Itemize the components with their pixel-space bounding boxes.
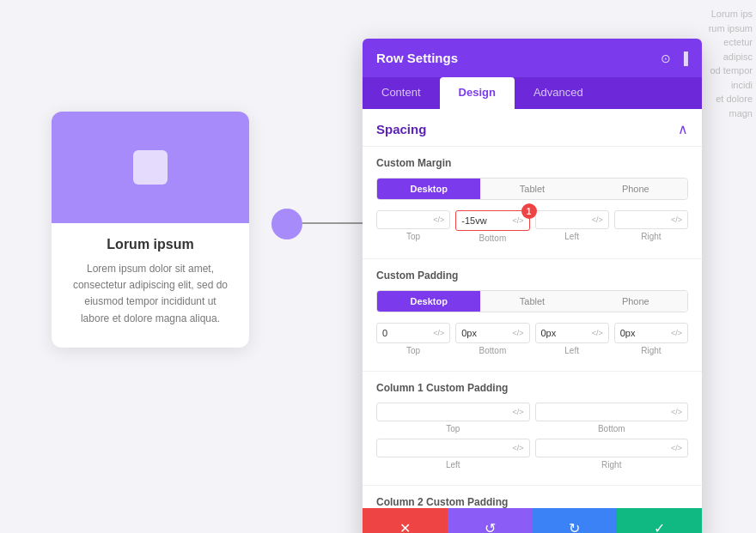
col1-padding-top-group: </> Top	[376, 403, 530, 433]
col1-bottom-icon: </>	[671, 408, 682, 416]
col1-padding-left-group: </> Left	[376, 439, 530, 469]
margin-bottom-icon: </>	[512, 216, 523, 225]
col1-padding-right-group: </> Right	[535, 439, 689, 469]
panel-header: Row Settings ⊙ ▐	[363, 39, 702, 77]
reset-button[interactable]: ↺	[448, 508, 533, 533]
margin-tab-phone[interactable]: Phone	[584, 179, 687, 199]
col1-padding-bottom-group: </> Bottom	[535, 403, 689, 433]
col1-left-icon: </>	[512, 444, 523, 452]
padding-bottom-icon: </>	[512, 329, 523, 337]
padding-bottom-group: 0px </> Bottom	[455, 323, 529, 355]
margin-tab-tablet[interactable]: Tablet	[480, 179, 583, 199]
custom-padding-title: Custom Padding	[376, 270, 688, 282]
col1-padding-top-input[interactable]: </>	[376, 403, 530, 421]
col1-right-icon: </>	[671, 444, 682, 452]
padding-top-group: 0 </> Top	[376, 323, 450, 355]
padding-bottom-value: 0px	[461, 328, 477, 338]
tab-content[interactable]: Content	[363, 77, 440, 109]
tab-design[interactable]: Design	[440, 77, 515, 109]
margin-bottom-group: -15vw </> 1 Bottom	[455, 210, 529, 243]
card-text: Lorem ipsum dolor sit amet, consectetur …	[69, 261, 232, 327]
col1-padding-bottom-label: Bottom	[598, 424, 625, 433]
padding-input-grid: 0 </> Top 0px </> Bottom 0px	[376, 323, 688, 355]
panel-body: Spacing ∧ Custom Margin Desktop Tablet P…	[363, 109, 702, 508]
col1-padding-left-input[interactable]: </>	[376, 439, 530, 457]
col1-padding-right-input[interactable]: </>	[535, 439, 689, 457]
col1-padding-bottom-input[interactable]: </>	[535, 403, 689, 421]
settings-panel: Row Settings ⊙ ▐ Content Design Advanced…	[363, 39, 702, 533]
margin-right-input[interactable]: </>	[614, 210, 688, 229]
spacing-section-header: Spacing ∧	[363, 109, 702, 147]
action-bar: ✕ ↺ ↻ ✓	[363, 508, 702, 533]
padding-right-input[interactable]: 0px </>	[614, 323, 688, 343]
padding-left-value: 0px	[541, 328, 557, 338]
panel-title: Row Settings	[376, 51, 458, 65]
padding-right-label: Right	[641, 346, 661, 355]
card-body: Lorum ipsum Lorem ipsum dolor sit amet, …	[52, 223, 249, 327]
cancel-button[interactable]: ✕	[363, 508, 448, 533]
margin-bottom-value: -15vw	[461, 215, 486, 226]
padding-top-label: Top	[406, 346, 420, 355]
padding-right-group: 0px </> Right	[614, 323, 688, 355]
padding-tab-desktop[interactable]: Desktop	[377, 291, 480, 312]
card-image-icon	[133, 150, 168, 185]
section-collapse-icon[interactable]: ∧	[678, 121, 688, 137]
custom-margin-section: Custom Margin Desktop Tablet Phone </> T…	[363, 147, 702, 259]
padding-top-icon: </>	[433, 329, 444, 337]
padding-tab-phone[interactable]: Phone	[584, 291, 687, 312]
padding-left-group: 0px </> Left	[535, 323, 609, 355]
margin-left-group: </> Left	[535, 210, 609, 243]
col2-padding-title: Column 2 Custom Padding	[376, 496, 688, 508]
columns-icon[interactable]: ▐	[680, 51, 688, 65]
tab-advanced[interactable]: Advanced	[515, 77, 602, 109]
padding-bottom-input[interactable]: 0px </>	[455, 323, 529, 343]
settings-icon[interactable]: ⊙	[661, 51, 671, 65]
panel-tabs: Content Design Advanced	[363, 77, 702, 109]
card-title: Lorum ipsum	[69, 237, 232, 252]
padding-left-label: Left	[564, 346, 579, 355]
custom-padding-section: Custom Padding Desktop Tablet Phone 0 </…	[363, 259, 702, 372]
panel-header-icons: ⊙ ▐	[661, 51, 688, 65]
col1-padding-left-label: Left	[446, 460, 460, 469]
card-image	[52, 112, 249, 223]
margin-top-group: </> Top	[376, 210, 450, 243]
margin-right-group: </> Right	[614, 210, 688, 243]
margin-top-label: Top	[406, 232, 420, 241]
margin-top-input[interactable]: </>	[376, 210, 450, 229]
margin-right-icon: </>	[671, 215, 682, 224]
padding-top-input[interactable]: 0 </>	[376, 323, 450, 343]
padding-right-value: 0px	[620, 328, 636, 338]
padding-left-icon: </>	[592, 329, 603, 337]
padding-bottom-label: Bottom	[479, 346, 507, 355]
bg-lorem-text: Lorum ips rum ipsum ectetur adipisc od t…	[696, 7, 756, 120]
connector-line	[302, 222, 367, 224]
save-button[interactable]: ✓	[617, 508, 702, 533]
col2-padding-section: Column 2 Custom Padding </> Top </> Bott…	[363, 486, 702, 508]
margin-bottom-input[interactable]: -15vw </>	[455, 210, 529, 231]
preview-card: Lorum ipsum Lorem ipsum dolor sit amet, …	[52, 112, 249, 348]
col1-padding-right-label: Right	[601, 460, 621, 469]
margin-tab-desktop[interactable]: Desktop	[377, 179, 480, 199]
margin-top-icon: </>	[433, 215, 444, 224]
margin-left-label: Left	[564, 232, 579, 241]
col1-padding-top-label: Top	[446, 424, 460, 433]
col1-padding-section: Column 1 Custom Padding </> Top </> Bott…	[363, 372, 702, 486]
margin-left-icon: </>	[592, 215, 603, 224]
margin-input-grid: </> Top -15vw </> 1 Bottom	[376, 210, 688, 243]
connector-circle	[271, 209, 302, 239]
custom-margin-title: Custom Margin	[376, 157, 688, 169]
padding-top-value: 0	[382, 328, 387, 338]
margin-bottom-label: Bottom	[479, 233, 507, 243]
padding-resp-tabs: Desktop Tablet Phone	[376, 290, 688, 312]
margin-left-input[interactable]: </>	[535, 210, 609, 229]
col1-padding-grid: </> Top </> Bottom </> Left	[376, 403, 688, 469]
margin-badge: 1	[521, 203, 537, 219]
padding-right-icon: </>	[671, 329, 682, 337]
spacing-title: Spacing	[376, 122, 426, 136]
margin-right-label: Right	[641, 232, 661, 241]
redo-button[interactable]: ↻	[533, 508, 618, 533]
margin-resp-tabs: Desktop Tablet Phone	[376, 178, 688, 200]
padding-tab-tablet[interactable]: Tablet	[480, 291, 583, 312]
padding-left-input[interactable]: 0px </>	[535, 323, 609, 343]
col1-padding-title: Column 1 Custom Padding	[376, 382, 688, 394]
